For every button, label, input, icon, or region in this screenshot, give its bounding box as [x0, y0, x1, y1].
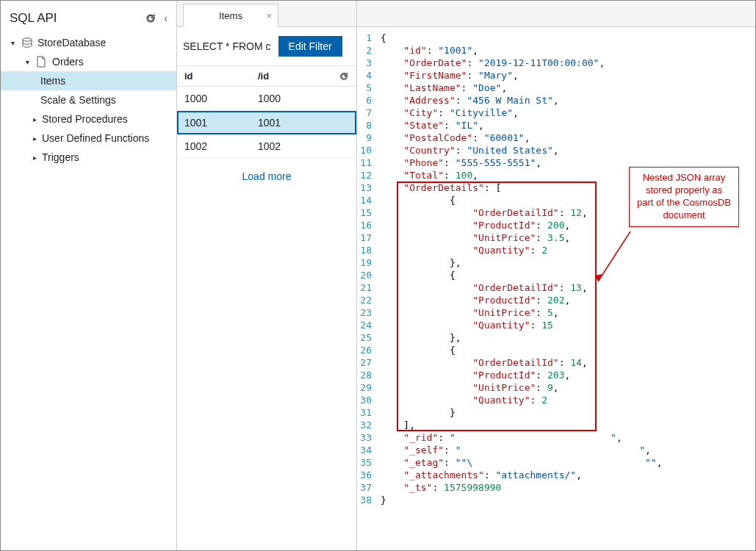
tree-item-triggers[interactable]: ▸Triggers [1, 148, 176, 167]
tree-database[interactable]: ▾ StoreDatabase [1, 33, 176, 52]
tree-container[interactable]: ▾ Orders [1, 52, 176, 71]
sidebar-title: SQL API [10, 11, 145, 26]
refresh-icon[interactable] [145, 12, 156, 24]
table-row[interactable]: 10011001 [177, 111, 356, 134]
items-panel: Items × SELECT * FROM c Edit Filter id /… [177, 1, 356, 550]
caret-right-icon: ▸ [33, 115, 42, 123]
close-icon[interactable]: × [266, 10, 272, 21]
tab-items[interactable]: Items × [183, 4, 278, 27]
container-label: Orders [52, 56, 84, 68]
caret-down-icon: ▾ [11, 39, 21, 47]
tree-item-label: User Defined Functions [42, 132, 149, 144]
query-text: SELECT * FROM c [183, 40, 271, 52]
caret-right-icon: ▸ [33, 154, 42, 162]
caret-down-icon: ▾ [26, 58, 36, 66]
database-label: StoreDatabase [37, 37, 106, 48]
table-header: id /id [177, 65, 356, 87]
tab-label: Items [219, 10, 242, 21]
cell-id: 1000 [184, 93, 258, 104]
cell-partition-id: 1000 [258, 93, 349, 104]
load-more-link[interactable]: Load more [177, 159, 356, 194]
cell-partition-id: 1002 [258, 140, 349, 152]
header-partition-id: /id [258, 71, 339, 82]
tree-item-scale-settings[interactable]: Scale & Settings [1, 90, 176, 109]
database-icon [21, 37, 35, 48]
json-viewer[interactable]: 1{2 "id": "1001",3 "OrderDate": "2019-12… [357, 27, 755, 511]
header-id: id [184, 71, 258, 82]
tree-item-label: Items [40, 75, 65, 87]
tree-item-label: Stored Procedures [42, 113, 128, 125]
document-icon [36, 56, 49, 68]
cell-id: 1001 [184, 117, 258, 129]
cell-id: 1002 [184, 140, 258, 152]
tree-item-stored-procedures[interactable]: ▸Stored Procedures [1, 109, 176, 129]
tab-bar: Items × [177, 1, 356, 27]
cell-partition-id: 1001 [258, 117, 349, 129]
code-panel: 1{2 "id": "1001",3 "OrderDate": "2019-12… [356, 1, 755, 550]
edit-filter-button[interactable]: Edit Filter [278, 36, 342, 57]
refresh-icon[interactable] [339, 71, 349, 82]
svg-point-0 [23, 38, 32, 41]
collapse-icon[interactable]: ‹ [164, 12, 168, 24]
annotation-callout: Nested JSON array stored properly as par… [629, 167, 739, 227]
tree-item-label: Scale & Settings [40, 94, 116, 106]
tree-item-label: Triggers [42, 151, 79, 163]
tree: ▾ StoreDatabase ▾ Orders ItemsScale & Se… [1, 33, 176, 167]
sidebar: SQL API ‹ ▾ StoreDatabase ▾ [1, 1, 177, 550]
table-row[interactable]: 10001000 [177, 87, 356, 111]
table-row[interactable]: 10021002 [177, 134, 356, 159]
caret-right-icon: ▸ [33, 134, 42, 143]
tree-item-items[interactable]: Items [1, 71, 176, 90]
tree-item-user-defined-functions[interactable]: ▸User Defined Functions [1, 129, 176, 148]
